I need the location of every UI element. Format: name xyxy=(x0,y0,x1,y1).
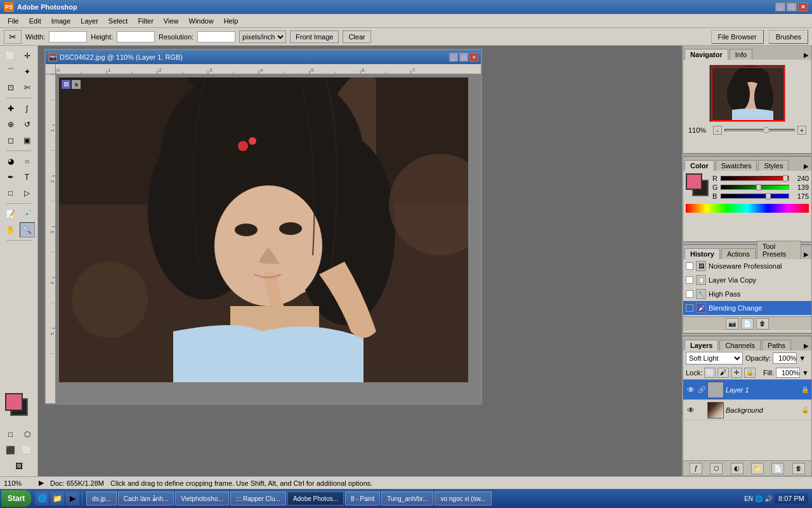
maximize-button[interactable]: □ xyxy=(787,3,797,11)
blend-mode-select[interactable]: Soft Light xyxy=(686,352,743,364)
tool-path-selection[interactable]: ▷ xyxy=(20,185,35,201)
tool-slice[interactable]: ✄ xyxy=(20,80,35,95)
green-slider[interactable] xyxy=(721,185,789,190)
foreground-color-swatch[interactable] xyxy=(5,393,23,411)
layer-visibility-0[interactable]: 👁 xyxy=(686,385,696,395)
layer-visibility-1[interactable]: 👁 xyxy=(686,405,696,415)
doc-close-button[interactable]: ✕ xyxy=(469,53,478,62)
tool-magic-wand[interactable]: ✦ xyxy=(20,64,35,79)
tool-move[interactable]: ✛ xyxy=(20,48,35,64)
layer-mask-button[interactable]: ⬡ xyxy=(710,463,723,474)
lock-image-button[interactable]: 🖌 xyxy=(717,368,729,378)
delete-layer-button[interactable]: 🗑 xyxy=(792,463,805,474)
taskbar-btn-1[interactable]: Cach làm ảnh... xyxy=(118,491,174,505)
brushes-button[interactable]: Brushes xyxy=(769,30,808,44)
lock-all-button[interactable]: 🔒 xyxy=(744,368,756,378)
history-item-0[interactable]: 🖼 Noiseware Professional xyxy=(683,259,811,273)
doc-maximize-button[interactable]: □ xyxy=(459,53,468,62)
tool-eyedropper[interactable]: 💉 xyxy=(20,206,35,222)
taskbar-btn-3[interactable]: ::: Rapper Clu... xyxy=(230,491,286,505)
front-image-button[interactable]: Front Image xyxy=(290,30,339,43)
color-panel-expand[interactable]: ▶ xyxy=(802,161,810,171)
tool-lasso[interactable]: ⌒ xyxy=(3,64,18,79)
quicklaunch-media[interactable]: ▶ xyxy=(65,491,79,505)
tab-navigator[interactable]: Navigator xyxy=(684,49,728,60)
layer-group-button[interactable]: 📁 xyxy=(751,463,764,474)
tool-standard-mode[interactable]: □ xyxy=(3,427,18,442)
new-layer-button[interactable]: 📄 xyxy=(771,463,784,474)
menu-image[interactable]: Image xyxy=(46,16,76,26)
resolution-unit-select[interactable]: pixels/inch xyxy=(239,30,286,43)
blue-slider[interactable] xyxy=(721,194,789,199)
tool-pen[interactable]: ✒ xyxy=(3,170,18,185)
tool-dodge[interactable]: ○ xyxy=(20,154,35,169)
resolution-input[interactable] xyxy=(197,31,235,43)
tool-image-ready[interactable]: 🖼 xyxy=(11,458,27,474)
history-item-1[interactable]: 📋 Layer Via Copy xyxy=(683,273,811,287)
layer-row-1[interactable]: 👁 Background 🔒 xyxy=(683,400,811,420)
menu-select[interactable]: Select xyxy=(103,16,133,26)
menu-file[interactable]: File xyxy=(3,16,24,26)
opacity-input[interactable] xyxy=(773,352,797,364)
menu-filter[interactable]: Filter xyxy=(133,16,158,26)
color-spectrum-bar[interactable] xyxy=(686,204,809,213)
tab-history[interactable]: History xyxy=(684,248,720,259)
menu-window[interactable]: Window xyxy=(184,16,219,26)
navigator-panel-expand[interactable]: ▶ xyxy=(802,50,810,60)
taskbar-btn-5[interactable]: 8 - Paint xyxy=(345,491,380,505)
lock-transparent-button[interactable]: ⬜ xyxy=(704,368,716,378)
tool-shape[interactable]: □ xyxy=(3,185,18,201)
navigator-zoom-slider[interactable] xyxy=(724,129,795,131)
start-button[interactable]: Start xyxy=(1,490,31,507)
tab-swatches[interactable]: Swatches xyxy=(716,160,757,171)
document-canvas[interactable]: 🖼 ⊕ xyxy=(56,74,481,403)
layer-link-0[interactable]: 🔗 xyxy=(698,385,705,395)
tool-eraser[interactable]: ◻ xyxy=(3,133,18,148)
taskbar-btn-6[interactable]: Tung_anh/br... xyxy=(381,491,433,505)
tool-brush[interactable]: ∫ xyxy=(20,101,35,116)
width-input[interactable] xyxy=(49,31,87,43)
foreground-color-box[interactable] xyxy=(686,173,702,190)
layer-row-0[interactable]: 👁 🔗 Layer 1 🔒 xyxy=(683,380,811,400)
history-delete-button[interactable]: 🗑 xyxy=(756,318,769,330)
clear-button[interactable]: Clear xyxy=(343,30,370,43)
layers-panel-expand[interactable]: ▶ xyxy=(802,341,810,351)
zoom-in-button[interactable]: + xyxy=(797,126,806,135)
tab-styles[interactable]: Styles xyxy=(758,160,789,171)
history-new-snapshot-button[interactable]: 📷 xyxy=(726,318,738,330)
file-browser-button[interactable]: File Browser xyxy=(711,30,764,44)
tool-history-brush[interactable]: ↺ xyxy=(20,117,35,132)
history-new-document-button[interactable]: 📄 xyxy=(741,318,754,330)
lock-position-button[interactable]: ✛ xyxy=(731,368,742,378)
red-slider[interactable] xyxy=(721,176,789,181)
quicklaunch-folder[interactable]: 📁 xyxy=(50,491,64,505)
doc-minimize-button[interactable]: _ xyxy=(449,53,458,62)
tool-blur[interactable]: ◕ xyxy=(3,154,18,169)
tab-channels[interactable]: Channels xyxy=(719,340,760,351)
tool-crop[interactable]: ⊡ xyxy=(3,80,18,95)
tab-paths[interactable]: Paths xyxy=(762,340,791,351)
tab-color[interactable]: Color xyxy=(684,160,714,171)
menu-view[interactable]: View xyxy=(159,16,184,26)
menu-edit[interactable]: Edit xyxy=(24,16,46,26)
tool-quick-mask[interactable]: ⬡ xyxy=(20,427,35,442)
tool-screen-mode[interactable]: ⬛ xyxy=(3,443,18,458)
tool-text[interactable]: T xyxy=(20,170,35,185)
taskbar-btn-2[interactable]: Vietphotosho... xyxy=(175,491,229,505)
tool-hand[interactable]: ✋ xyxy=(3,222,18,237)
taskbar-btn-4[interactable]: Adobe Photos... xyxy=(287,491,344,505)
tab-actions[interactable]: Actions xyxy=(721,248,756,259)
menu-layer[interactable]: Layer xyxy=(75,16,103,26)
quicklaunch-ie[interactable]: 🌐 xyxy=(35,491,49,505)
tab-info[interactable]: Info xyxy=(730,49,752,60)
layer-style-button[interactable]: ƒ xyxy=(690,463,702,474)
fill-arrow[interactable]: ▼ xyxy=(802,369,809,377)
height-input[interactable] xyxy=(117,31,155,43)
taskbar-btn-7[interactable]: vo ngoc xi (sw... xyxy=(435,491,491,505)
minimize-button[interactable]: _ xyxy=(775,3,785,11)
tool-gradient[interactable]: ▣ xyxy=(20,133,35,148)
tool-marquee[interactable]: ⬜ xyxy=(3,48,18,64)
history-item-2[interactable]: 🔧 High Pass xyxy=(683,287,811,301)
tool-zoom[interactable]: 🔍 xyxy=(20,222,35,237)
history-item-3[interactable]: 🖌 Blending Change xyxy=(683,301,811,315)
